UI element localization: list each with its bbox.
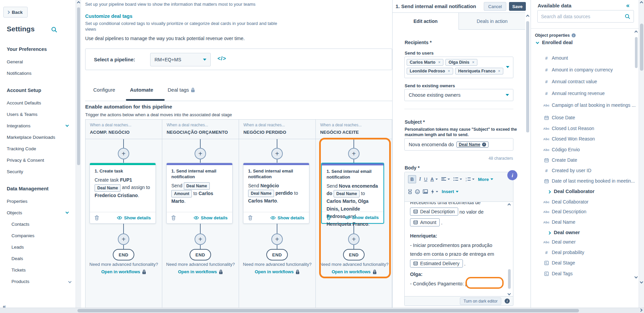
panel-scrollbar[interactable] <box>525 13 530 308</box>
personalize-icon[interactable] <box>431 189 439 194</box>
add-action-button[interactable]: + <box>195 233 206 245</box>
show-details-button[interactable]: Show details <box>194 215 228 220</box>
show-details-button[interactable]: Show details <box>117 215 151 220</box>
info-icon[interactable]: i <box>505 299 510 304</box>
personalization-token[interactable]: Amount <box>410 218 440 226</box>
scroll-up-icon[interactable] <box>635 31 638 34</box>
image-icon[interactable] <box>423 189 428 194</box>
trash-icon[interactable] <box>327 215 331 220</box>
sidebar-item-objects[interactable]: Objects <box>7 207 72 218</box>
property-item-closed-won-reason[interactable]: AbcClosed Won Reason <box>531 135 632 143</box>
subject-input[interactable]: Nova encomenda do Deal Name i <box>404 138 513 151</box>
trash-icon[interactable] <box>95 215 99 220</box>
main-scrollbar-thumb[interactable] <box>77 7 80 165</box>
underline-button[interactable]: U <box>424 177 427 182</box>
collapse-panel-icon[interactable]: « <box>626 2 630 9</box>
property-item-amount[interactable]: #Amount <box>531 54 632 62</box>
open-in-workflows-link[interactable]: Open in workflows <box>316 269 392 274</box>
property-group-deal-owner[interactable]: Deal owner <box>531 228 632 237</box>
action-card[interactable]: 1. Send internal email notificationSend … <box>166 163 233 224</box>
horizontal-scrollbar-thumb[interactable] <box>77 309 579 312</box>
data-search-input[interactable] <box>541 14 625 19</box>
show-details-button[interactable]: Show details <box>270 215 304 220</box>
remove-chip-icon[interactable]: × <box>472 60 474 65</box>
more-menu-button[interactable]: More <box>478 177 494 182</box>
scrollbar-thumb[interactable] <box>635 37 638 68</box>
open-in-workflows-link[interactable]: Open in workflows <box>86 269 162 274</box>
emoji-icon[interactable] <box>415 189 420 194</box>
sidebar-item-deals[interactable]: Deals <box>7 253 72 264</box>
sidebar-item-companies[interactable]: Companies <box>7 230 72 241</box>
tab-edit-action[interactable]: Edit action <box>393 13 459 30</box>
horizontal-scrollbar[interactable] <box>0 308 644 313</box>
info-bubble-button[interactable]: i <box>507 170 517 180</box>
tab-configure[interactable]: Configure <box>93 87 115 93</box>
tab-deals-in-action[interactable]: Deals in action <box>459 13 526 30</box>
property-item-deal-name[interactable]: AbcDeal Name <box>531 218 632 226</box>
property-item-campaign-of-last-booking-in-meetings-[interactable]: AbcCampaign of last booking in meetings … <box>531 101 632 109</box>
editor-body[interactable]: Recebemos uma encomenda deDeal Descripti… <box>405 202 509 297</box>
sidebar-item-leads[interactable]: Leads <box>7 241 72 253</box>
bold-button[interactable]: B <box>408 175 416 183</box>
scroll-up-icon[interactable] <box>526 15 530 18</box>
panel-scrollbar-thumb[interactable] <box>526 21 529 132</box>
add-action-button[interactable]: + <box>195 148 206 159</box>
editor-scrollbar-thumb[interactable] <box>508 269 511 289</box>
code-icon[interactable]: </> <box>217 56 226 62</box>
sidebar-item-products[interactable]: Products <box>7 276 72 287</box>
page-scrollbar[interactable] <box>639 0 644 313</box>
scroll-up-icon[interactable] <box>77 1 80 5</box>
customize-deal-tags-link[interactable]: Customize deal tags <box>85 13 132 19</box>
scroll-down-icon[interactable] <box>508 292 511 295</box>
scroll-down-icon[interactable] <box>640 280 643 284</box>
property-item-create-date[interactable]: Create Date <box>531 156 632 164</box>
add-action-button[interactable]: + <box>118 148 129 159</box>
property-item-annual-contract-value[interactable]: #Annual contract value <box>531 77 632 86</box>
pipeline-dropdown[interactable]: RM+EQ+MS <box>150 53 211 66</box>
action-card[interactable]: 1. Send internal email notificationSend … <box>243 163 309 224</box>
bullet-list-button[interactable] <box>453 177 463 181</box>
search-icon[interactable] <box>625 14 630 19</box>
main-scrollbar[interactable] <box>76 0 81 308</box>
property-item-c-digo-envio[interactable]: AbcCódigo Envio <box>531 146 632 154</box>
scroll-right-icon[interactable] <box>639 309 643 312</box>
open-in-workflows-link[interactable]: Open in workflows <box>239 269 315 274</box>
sidebar-item-marketplace-downloads[interactable]: Marketplace Downloads <box>7 131 72 143</box>
sidebar-item-notifications[interactable]: Notifications <box>7 67 72 79</box>
remove-chip-icon[interactable]: × <box>438 60 440 65</box>
add-action-button[interactable]: + <box>118 233 129 245</box>
property-item-deal-description[interactable]: AbcDeal Description <box>531 208 632 216</box>
back-button[interactable]: Back <box>3 7 28 18</box>
property-item-annual-recurring-revenue[interactable]: #Annual recurring revenue <box>531 89 632 97</box>
editor-scrollbar[interactable] <box>507 203 512 296</box>
sidebar-item-general[interactable]: General <box>7 56 72 67</box>
sidebar-item-security[interactable]: Security <box>7 166 72 177</box>
search-icon[interactable] <box>51 27 57 33</box>
sidebar-item-account-defaults[interactable]: Account Defaults <box>7 97 72 108</box>
add-action-button[interactable]: + <box>348 233 360 245</box>
sidebar-item-properties[interactable]: Properties <box>7 195 72 207</box>
save-button[interactable]: Save <box>509 2 526 11</box>
tab-deal-tags[interactable]: Deal tags <box>168 87 195 93</box>
scroll-up-icon[interactable] <box>508 204 511 207</box>
recipient-chip[interactable]: Henriqueta Franco× <box>455 68 503 74</box>
page-scrollbar-thumb[interactable] <box>640 24 643 71</box>
property-group-deal-collaborator[interactable]: Deal Collaborator <box>531 187 632 195</box>
add-action-button[interactable]: + <box>271 148 283 159</box>
show-details-button[interactable]: Show details <box>345 215 379 220</box>
add-action-button[interactable]: + <box>348 148 360 159</box>
available-data-scrollbar[interactable] <box>634 31 639 284</box>
property-item-deal-tags[interactable]: Deal Tags <box>531 270 632 278</box>
scroll-down-icon[interactable] <box>635 275 638 279</box>
personalization-token[interactable]: Deal Description <box>410 208 458 216</box>
personalization-token[interactable]: Estimated Delivery <box>410 259 463 268</box>
chevron-down-icon[interactable] <box>506 66 509 68</box>
send-to-users-input[interactable]: Carlos Marto×Olga Dinis×Leonilde Pedroso… <box>404 57 513 78</box>
recipient-chip[interactable]: Olga Dinis× <box>445 59 477 66</box>
sidebar-item-privacy-consent[interactable]: Privacy & Consent <box>7 154 72 166</box>
snippet-icon[interactable] <box>408 189 412 194</box>
property-item-date-of-last-meeting-booked-in-meetin-[interactable]: Date of last meeting booked in meetin... <box>531 177 632 185</box>
existing-owners-dropdown[interactable]: Choose existing owners <box>404 89 513 101</box>
sidebar-item-users-teams[interactable]: Users & Teams <box>7 108 72 120</box>
remove-chip-icon[interactable]: × <box>448 69 450 73</box>
